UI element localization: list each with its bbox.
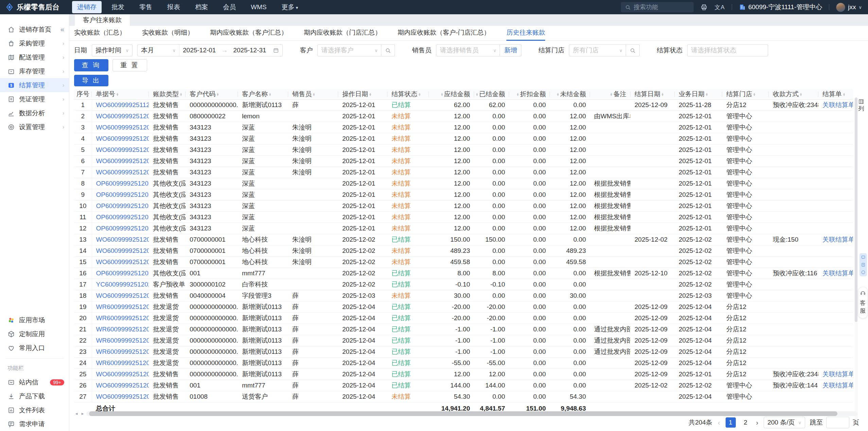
order-no-link[interactable]: WO60099992511280... bbox=[96, 101, 149, 108]
cell-order-no[interactable]: OP60099992512010... bbox=[92, 223, 149, 234]
order-no-link[interactable]: WR60099992512040... bbox=[96, 326, 149, 333]
topnav-item-inventory[interactable]: 进销存 bbox=[72, 1, 102, 13]
tab-received-summary[interactable]: 实收账款（汇总） bbox=[74, 26, 126, 41]
order-no-link[interactable]: WO60099992512010... bbox=[96, 157, 149, 165]
scrollbar-track[interactable] bbox=[86, 411, 858, 416]
topnav-item-members[interactable]: 会员 bbox=[218, 1, 241, 13]
cell-order-no[interactable]: WR60099992512040... bbox=[92, 335, 149, 346]
column-header-amount-settled[interactable]: ▴▾已结金额 bbox=[474, 89, 509, 99]
sidebar-item-requests[interactable]: 需求申请 bbox=[0, 417, 69, 431]
cell-order-no[interactable]: WR60099992512040... bbox=[92, 346, 149, 357]
sort-icon[interactable]: ▴▾ bbox=[843, 92, 845, 96]
horizontal-scrollbar[interactable]: ◂ ▸ bbox=[74, 411, 858, 416]
cell-order-no[interactable]: WO60099992512020... bbox=[92, 234, 149, 245]
page-2[interactable]: 2 bbox=[741, 417, 751, 428]
salesman-select[interactable]: 请选择销售员 ∨ bbox=[436, 44, 500, 56]
topnav-item-wms[interactable]: WMS bbox=[246, 2, 272, 13]
column-header-remark[interactable]: ▴▾备注 bbox=[590, 89, 630, 99]
next-page-icon[interactable]: › bbox=[756, 419, 759, 427]
cell-order-no[interactable]: WO60099992512010... bbox=[92, 155, 149, 167]
status-input[interactable]: 请选择结算状态 bbox=[687, 44, 768, 56]
column-header-amount-discount[interactable]: ▴▾折扣金额 bbox=[509, 89, 550, 99]
cell-order-no[interactable]: OP60099992512020... bbox=[92, 268, 149, 279]
order-no-link[interactable]: WO60099992512040... bbox=[96, 393, 149, 400]
tab-received-detail[interactable]: 实收账款（明细） bbox=[142, 26, 194, 41]
sidebar-item-files[interactable]: 文件列表 bbox=[0, 403, 69, 417]
cell-order-no[interactable]: WR60099992512040... bbox=[92, 312, 149, 324]
scrollbar-thumb[interactable] bbox=[89, 411, 837, 416]
column-header-account-type[interactable]: 账款类型▴▾ bbox=[149, 89, 186, 99]
settle-doc-link[interactable]: 关联结算单 bbox=[822, 101, 853, 108]
sort-icon[interactable]: ▴▾ bbox=[117, 92, 118, 96]
column-header-payment-method[interactable]: 收款方式▴▾ bbox=[769, 89, 818, 99]
vertical-scrollbar-thumb[interactable] bbox=[855, 98, 857, 322]
column-header-amount-unsettled[interactable]: ▴▾未结金额 bbox=[550, 89, 590, 99]
tab-history[interactable]: 历史往来账款 bbox=[506, 26, 545, 41]
sort-icon[interactable]: ▴▾ bbox=[476, 92, 478, 96]
cell-settle-doc[interactable]: 关联结算单 bbox=[818, 268, 853, 279]
sidebar-item-analytics[interactable]: 数据分析› bbox=[0, 106, 69, 120]
order-no-link[interactable]: WR60099992512040... bbox=[96, 337, 149, 344]
order-no-link[interactable]: WR60099992512040... bbox=[96, 314, 149, 322]
cell-settle-doc[interactable]: 关联结算单 bbox=[818, 380, 853, 391]
cell-settle-doc[interactable]: 关联结算单 bbox=[818, 99, 853, 110]
sort-icon[interactable]: ▴▾ bbox=[419, 92, 420, 96]
topnav-item-wholesale[interactable]: 批发 bbox=[106, 1, 129, 13]
date-range-control[interactable]: 本月 ∨ 2025-12-01 → 2025-12-31 bbox=[137, 44, 283, 56]
customer-service-widget[interactable]: 客服 bbox=[858, 287, 867, 318]
order-no-link[interactable]: WO60099992512020... bbox=[96, 247, 149, 254]
order-no-link[interactable]: OP60099992512010... bbox=[96, 180, 149, 187]
sidebar-item-custom-apps[interactable]: 定制应用 bbox=[0, 327, 69, 341]
cell-order-no[interactable]: WR60099992512040... bbox=[92, 357, 149, 368]
store-select[interactable]: 所有门店 ∨ bbox=[569, 44, 626, 56]
column-header-order-no[interactable]: 单据号▴▾ bbox=[92, 89, 149, 99]
column-header-op-date[interactable]: 操作日期▴▾ bbox=[338, 89, 387, 99]
sidebar-item-stock[interactable]: 库存管理› bbox=[0, 64, 69, 78]
salesman-add-button[interactable]: 新增 bbox=[500, 44, 521, 56]
sort-icon[interactable]: ▴▾ bbox=[180, 92, 182, 96]
cell-order-no[interactable]: OP60099992512010... bbox=[92, 200, 149, 211]
settle-doc-link[interactable]: 关联结算单 bbox=[822, 370, 853, 378]
order-no-link[interactable]: WO60099992512020... bbox=[96, 236, 149, 243]
order-no-link[interactable]: WO60099992512020... bbox=[96, 382, 149, 389]
settle-doc-link[interactable]: 关联结算单 bbox=[822, 270, 853, 277]
cell-settle-doc[interactable]: 关联结算单 bbox=[818, 368, 853, 380]
language-icon[interactable]: 文A bbox=[714, 3, 725, 11]
tab-receivable-customer-store[interactable]: 期内应收账款（客户-门店汇总） bbox=[398, 26, 490, 41]
prev-page-icon[interactable]: ‹ bbox=[717, 419, 721, 427]
org-switcher[interactable]: 60099-宁波1111-管理中心 bbox=[739, 3, 822, 12]
sort-icon[interactable]: ▴▾ bbox=[517, 92, 519, 96]
vertical-scrollbar[interactable] bbox=[854, 97, 858, 420]
settle-doc-link[interactable]: 关联结算单 bbox=[822, 382, 853, 389]
global-search-input[interactable]: 搜索功能 bbox=[621, 2, 694, 12]
cell-order-no[interactable]: WR60099992512040... bbox=[92, 324, 149, 335]
sort-icon[interactable]: ▴▾ bbox=[753, 92, 755, 96]
sidebar-item-settlement[interactable]: $结算管理› bbox=[0, 78, 69, 92]
page-1[interactable]: 1 bbox=[726, 417, 736, 428]
customer-select[interactable]: 请选择客户 ∨ bbox=[317, 44, 381, 56]
sidebar-item-purchase[interactable]: 采购管理› bbox=[0, 36, 69, 50]
sidebar-item-app-market[interactable]: 应用市场 bbox=[0, 313, 69, 327]
column-header-amount-due[interactable]: ▴▾应结金额 bbox=[429, 89, 474, 99]
sort-icon[interactable]: ▴▾ bbox=[313, 92, 315, 96]
column-header-settle-status[interactable]: 结算状态▴▾ bbox=[387, 89, 429, 99]
quick-tools-widget[interactable] bbox=[860, 253, 867, 276]
cell-order-no[interactable]: WO60099992512030... bbox=[92, 290, 149, 301]
sidebar-item-voucher[interactable]: 凭证管理› bbox=[0, 92, 69, 106]
order-no-link[interactable]: OP60099992512010... bbox=[96, 225, 149, 232]
store-search-button[interactable] bbox=[626, 44, 640, 56]
sort-icon[interactable]: ▴▾ bbox=[557, 92, 559, 96]
order-no-link[interactable]: WO60099992512010... bbox=[96, 124, 149, 131]
sidebar-item-downloads[interactable]: 产品下载 bbox=[0, 389, 69, 403]
order-no-link[interactable]: WO60099992512010... bbox=[96, 169, 149, 176]
settle-doc-link[interactable]: 关联结算单 bbox=[822, 236, 853, 243]
column-header-customer-name[interactable]: 客户名称▴▾ bbox=[238, 89, 288, 99]
period-select[interactable]: 本月 ∨ bbox=[138, 45, 179, 56]
tab-receivable-store[interactable]: 期内应收账款（门店汇总） bbox=[304, 26, 381, 41]
sort-icon[interactable]: ▴▾ bbox=[610, 92, 612, 96]
sort-icon[interactable]: ▴▾ bbox=[441, 92, 443, 96]
order-no-link[interactable]: OP60099992512010... bbox=[96, 191, 149, 198]
column-header-settle-store[interactable]: 结算门店▴▾ bbox=[722, 89, 769, 99]
order-no-link[interactable]: WO60099992512020... bbox=[96, 258, 149, 265]
cell-order-no[interactable]: WR60099992512040... bbox=[92, 301, 149, 312]
